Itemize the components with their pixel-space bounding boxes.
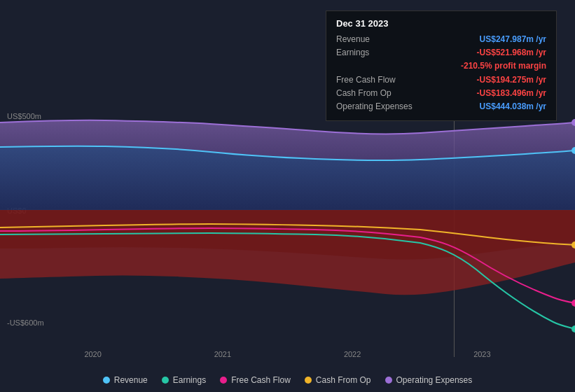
chart-legend: Revenue Earnings Free Cash Flow Cash Fro… (0, 375, 575, 385)
tooltip-earnings: Earnings -US$521.968m /yr (336, 46, 546, 59)
x-label-2022: 2022 (344, 350, 361, 358)
legend-earnings-dot (162, 377, 169, 384)
legend-fcf-label: Free Cash Flow (231, 375, 291, 385)
tooltip-cashfromop-label: Cash From Op (336, 87, 392, 100)
tooltip-revenue-value: US$247.987m /yr (480, 33, 546, 46)
legend-fcf: Free Cash Flow (220, 375, 291, 385)
tooltip-date: Dec 31 2023 (336, 18, 546, 29)
legend-opex-dot (385, 377, 392, 384)
tooltip-panel: Dec 31 2023 Revenue US$247.987m /yr Earn… (326, 10, 557, 121)
legend-revenue-label: Revenue (114, 375, 148, 385)
legend-revenue-dot (103, 377, 110, 384)
tooltip-cashfromop-value: -US$183.496m /yr (477, 87, 546, 100)
tooltip-opex-value: US$444.038m /yr (480, 100, 546, 113)
x-axis: 2020 2021 2022 2023 (0, 350, 575, 358)
tooltip-opex: Operating Expenses US$444.038m /yr (336, 100, 546, 113)
tooltip-fcf: Free Cash Flow -US$194.275m /yr (336, 74, 546, 87)
main-chart (0, 108, 575, 332)
legend-cashfromop-label: Cash From Op (316, 375, 371, 385)
x-label-2020: 2020 (84, 350, 101, 358)
x-label-2021: 2021 (214, 350, 231, 358)
legend-fcf-dot (220, 377, 227, 384)
tooltip-earnings-label: Earnings (336, 46, 369, 59)
legend-opex: Operating Expenses (385, 375, 473, 385)
tooltip-profit-margin-value: -210.5% profit margin (461, 59, 546, 73)
legend-cashfromop: Cash From Op (305, 375, 371, 385)
legend-revenue: Revenue (103, 375, 148, 385)
tooltip-earnings-value: -US$521.968m /yr (477, 46, 546, 59)
legend-cashfromop-dot (305, 377, 312, 384)
legend-opex-label: Operating Expenses (396, 375, 473, 385)
tooltip-fcf-value: -US$194.275m /yr (477, 74, 546, 87)
tooltip-revenue: Revenue US$247.987m /yr (336, 33, 546, 46)
svg-point-4 (571, 300, 575, 307)
tooltip-opex-label: Operating Expenses (336, 100, 413, 113)
tooltip-fcf-label: Free Cash Flow (336, 74, 396, 87)
legend-earnings-label: Earnings (173, 375, 206, 385)
x-label-2023: 2023 (473, 350, 490, 358)
tooltip-cashfromop: Cash From Op -US$183.496m /yr (336, 87, 546, 100)
legend-earnings: Earnings (162, 375, 206, 385)
tooltip-profit-margin: -210.5% profit margin (336, 59, 546, 73)
svg-point-3 (571, 326, 575, 332)
tooltip-revenue-label: Revenue (336, 33, 370, 46)
